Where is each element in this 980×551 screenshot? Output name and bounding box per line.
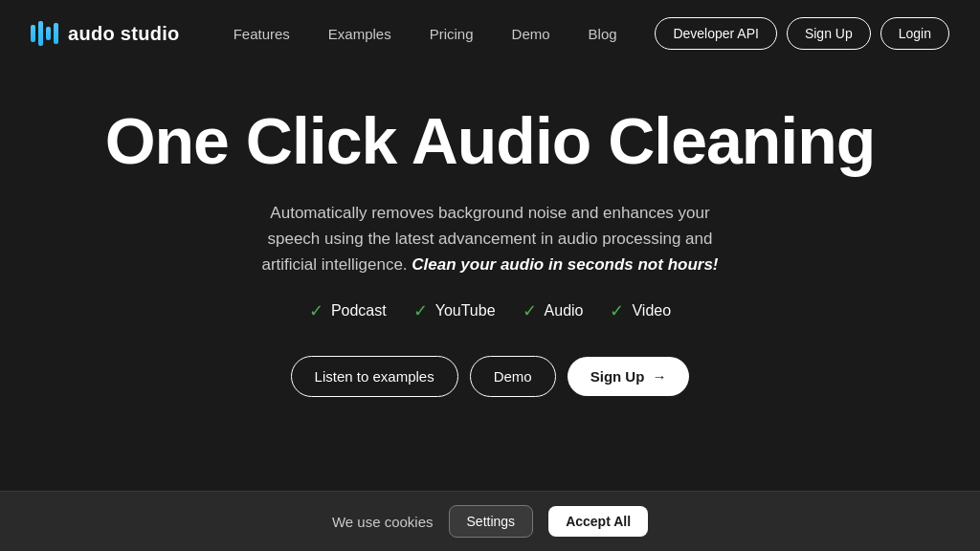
feature-podcast-label: Podcast xyxy=(331,302,387,320)
feature-audio-label: Audio xyxy=(545,302,584,320)
nav-link-examples[interactable]: Examples xyxy=(313,18,407,50)
logo-bar-4 xyxy=(54,23,58,44)
check-icon-youtube: ✓ xyxy=(413,300,428,321)
hero-subtitle-em: Clean your audio in seconds not hours! xyxy=(412,255,718,274)
nav-link-demo[interactable]: Demo xyxy=(497,18,566,50)
nav-link-blog[interactable]: Blog xyxy=(573,18,633,50)
hero-title: One Click Audio Cleaning xyxy=(105,105,876,177)
nav-link-pricing[interactable]: Pricing xyxy=(414,18,489,50)
cookie-text: We use cookies xyxy=(332,514,434,530)
cookie-settings-button[interactable]: Settings xyxy=(449,505,534,538)
hero-section: One Click Audio Cleaning Automatically r… xyxy=(0,67,980,435)
features-list: ✓ Podcast ✓ YouTube ✓ Audio ✓ Video xyxy=(309,300,671,321)
check-icon-video: ✓ xyxy=(610,300,624,321)
logo-text: audo studio xyxy=(68,23,180,45)
check-icon-podcast: ✓ xyxy=(309,300,323,321)
cta-buttons: Listen to examples Demo Sign Up → xyxy=(291,356,690,397)
feature-audio: ✓ Audio xyxy=(523,300,584,321)
signup-button-nav[interactable]: Sign Up xyxy=(787,17,871,50)
cookie-accept-button[interactable]: Accept All xyxy=(548,506,648,537)
logo-bar-3 xyxy=(46,27,51,40)
feature-video: ✓ Video xyxy=(610,300,671,321)
navbar: audo studio Features Examples Pricing De… xyxy=(0,0,980,67)
hero-subtitle: Automatically removes background noise a… xyxy=(251,200,729,278)
nav-link-features[interactable]: Features xyxy=(218,18,305,50)
feature-youtube: ✓ YouTube xyxy=(413,300,496,321)
signup-main-label: Sign Up xyxy=(590,368,645,385)
signup-button-main[interactable]: Sign Up → xyxy=(568,357,690,396)
developer-api-button[interactable]: Developer API xyxy=(655,17,777,50)
logo-bar-1 xyxy=(31,25,35,42)
logo-icon xyxy=(31,21,58,46)
demo-button[interactable]: Demo xyxy=(470,356,556,397)
feature-youtube-label: YouTube xyxy=(435,302,496,320)
nav-links: Features Examples Pricing Demo Blog xyxy=(218,18,656,50)
logo[interactable]: audo studio xyxy=(31,21,180,46)
signup-arrow-icon: → xyxy=(652,368,666,385)
cookie-banner: We use cookies Settings Accept All xyxy=(0,491,980,551)
listen-examples-button[interactable]: Listen to examples xyxy=(291,356,458,397)
logo-bar-2 xyxy=(38,21,43,46)
feature-video-label: Video xyxy=(632,302,671,320)
login-button[interactable]: Login xyxy=(880,17,949,50)
feature-podcast: ✓ Podcast xyxy=(309,300,387,321)
nav-buttons: Developer API Sign Up Login xyxy=(655,17,949,50)
check-icon-audio: ✓ xyxy=(523,300,537,321)
